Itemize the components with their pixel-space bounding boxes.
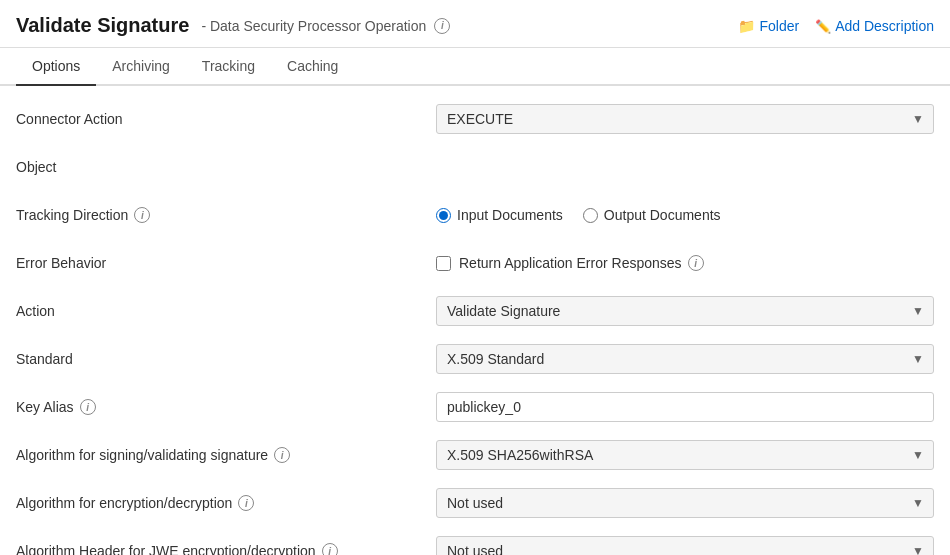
connector-action-row: Connector Action EXECUTE ▼: [16, 102, 934, 136]
object-tracking-block: Object Tracking Direction i Input Docume…: [16, 150, 934, 232]
error-behavior-label: Error Behavior: [16, 255, 436, 271]
object-label: Object: [16, 159, 436, 175]
standard-select-wrapper: X.509 Standard ▼: [436, 344, 934, 374]
tracking-direction-radio-group: Input Documents Output Documents: [436, 207, 934, 223]
tabs-bar: Options Archiving Tracking Caching: [0, 48, 950, 86]
tracking-direction-label: Tracking Direction i: [16, 207, 436, 223]
algorithm-enc-field: Not used ▼: [436, 488, 934, 518]
page-header: Validate Signature - Data Security Proce…: [0, 0, 950, 48]
algorithm-sign-field: X.509 SHA256withRSA ▼: [436, 440, 934, 470]
algorithm-sign-row: Algorithm for signing/validating signatu…: [16, 438, 934, 472]
connector-action-select-wrapper: EXECUTE ▼: [436, 104, 934, 134]
header-info-icon[interactable]: i: [434, 18, 450, 34]
page-subtitle: - Data Security Processor Operation: [201, 18, 426, 34]
error-behavior-info-icon[interactable]: i: [688, 255, 704, 271]
action-row: Action Validate Signature ▼: [16, 294, 934, 328]
header-actions: Folder Add Description: [738, 18, 934, 34]
algorithm-header-field: Not used ▼: [436, 536, 934, 555]
algorithm-enc-select[interactable]: Not used: [436, 488, 934, 518]
connector-action-label: Connector Action: [16, 111, 436, 127]
error-behavior-checkbox-label: Return Application Error Responses i: [459, 255, 704, 271]
key-alias-info-icon[interactable]: i: [80, 399, 96, 415]
algorithm-enc-info-icon[interactable]: i: [238, 495, 254, 511]
key-alias-label: Key Alias i: [16, 399, 436, 415]
standard-field: X.509 Standard ▼: [436, 344, 934, 374]
add-description-label: Add Description: [835, 18, 934, 34]
folder-link[interactable]: Folder: [738, 18, 799, 34]
standard-select[interactable]: X.509 Standard: [436, 344, 934, 374]
folder-label: Folder: [759, 18, 799, 34]
algorithm-sign-select-wrapper: X.509 SHA256withRSA ▼: [436, 440, 934, 470]
output-documents-radio-label[interactable]: Output Documents: [583, 207, 721, 223]
tab-options[interactable]: Options: [16, 48, 96, 86]
error-behavior-checkbox-group: Return Application Error Responses i: [436, 255, 934, 271]
algorithm-header-select[interactable]: Not used: [436, 536, 934, 555]
pencil-icon: [815, 18, 831, 34]
algorithm-enc-label: Algorithm for encryption/decryption i: [16, 495, 436, 511]
key-alias-field: [436, 392, 934, 422]
action-select-wrapper: Validate Signature ▼: [436, 296, 934, 326]
tab-caching[interactable]: Caching: [271, 48, 354, 86]
action-label: Action: [16, 303, 436, 319]
tab-archiving[interactable]: Archiving: [96, 48, 186, 86]
algorithm-sign-select[interactable]: X.509 SHA256withRSA: [436, 440, 934, 470]
error-behavior-checkbox[interactable]: [436, 256, 451, 271]
action-select[interactable]: Validate Signature: [436, 296, 934, 326]
algorithm-header-select-wrapper: Not used ▼: [436, 536, 934, 555]
input-documents-radio[interactable]: [436, 208, 451, 223]
connector-action-select[interactable]: EXECUTE: [436, 104, 934, 134]
algorithm-enc-row: Algorithm for encryption/decryption i No…: [16, 486, 934, 520]
options-content: Connector Action EXECUTE ▼ Object Tracki…: [0, 86, 950, 555]
tab-tracking[interactable]: Tracking: [186, 48, 271, 86]
page-title: Validate Signature: [16, 14, 189, 37]
standard-label: Standard: [16, 351, 436, 367]
tracking-direction-row: Tracking Direction i Input Documents Out…: [16, 198, 934, 232]
algorithm-header-info-icon[interactable]: i: [322, 543, 338, 555]
error-behavior-row: Error Behavior Return Application Error …: [16, 246, 934, 280]
algorithm-enc-select-wrapper: Not used ▼: [436, 488, 934, 518]
key-alias-row: Key Alias i: [16, 390, 934, 424]
action-field: Validate Signature ▼: [436, 296, 934, 326]
algorithm-header-label: Algorithm Header for JWE encryption/decr…: [16, 543, 436, 555]
add-description-link[interactable]: Add Description: [815, 18, 934, 34]
error-behavior-field: Return Application Error Responses i: [436, 255, 934, 271]
input-documents-radio-label[interactable]: Input Documents: [436, 207, 563, 223]
object-row: Object: [16, 150, 934, 184]
tracking-direction-field: Input Documents Output Documents: [436, 207, 934, 223]
tracking-direction-info-icon[interactable]: i: [134, 207, 150, 223]
algorithm-header-row: Algorithm Header for JWE encryption/decr…: [16, 534, 934, 555]
algorithm-sign-info-icon[interactable]: i: [274, 447, 290, 463]
output-documents-radio[interactable]: [583, 208, 598, 223]
key-alias-input[interactable]: [436, 392, 934, 422]
connector-action-field: EXECUTE ▼: [436, 104, 934, 134]
algorithm-sign-label: Algorithm for signing/validating signatu…: [16, 447, 436, 463]
folder-icon: [738, 18, 755, 34]
standard-row: Standard X.509 Standard ▼: [16, 342, 934, 376]
